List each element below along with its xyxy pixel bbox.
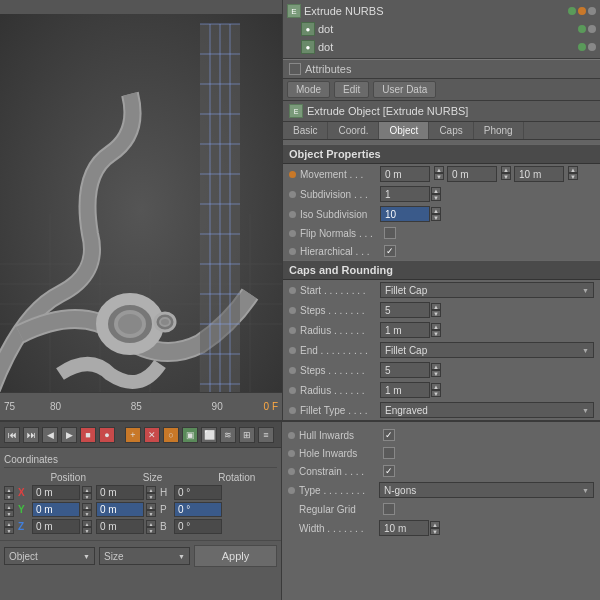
spin-up-1[interactable]: ▲ (434, 166, 444, 173)
user-data-button[interactable]: User Data (373, 81, 436, 98)
layer-icon-btn[interactable]: ≡ (258, 427, 274, 443)
subdivision-input[interactable]: 1 (380, 186, 430, 202)
movement-y-input[interactable]: 0 m (447, 166, 497, 182)
regular-grid-checkbox[interactable] (383, 503, 395, 515)
pos-z-spin-down[interactable]: ▼ (4, 527, 14, 534)
spin-up-w[interactable]: ▲ (430, 521, 440, 528)
pos-z-input[interactable]: 0 m (32, 519, 80, 534)
pos-x-spin-down[interactable]: ▼ (4, 493, 14, 500)
spin-down-2[interactable]: ▼ (501, 173, 511, 180)
go-start-button[interactable]: ⏮ (4, 427, 20, 443)
tab-coord[interactable]: Coord. (328, 122, 379, 139)
spin-up-5[interactable]: ▲ (431, 207, 441, 214)
width-input[interactable]: 10 m (379, 520, 429, 536)
size-x-spin-down[interactable]: ▼ (82, 493, 92, 500)
apply-button[interactable]: Apply (194, 545, 277, 567)
tab-caps[interactable]: Caps (429, 122, 473, 139)
rot-h-spin-down[interactable]: ▼ (146, 493, 156, 500)
spin-up-4[interactable]: ▲ (431, 187, 441, 194)
spin-down-8[interactable]: ▼ (431, 370, 441, 377)
prev-frame-button[interactable]: ◀ (42, 427, 58, 443)
spin-down-6[interactable]: ▼ (431, 310, 441, 317)
hole-inwards-checkbox[interactable] (383, 447, 395, 459)
rot-p-spin-up[interactable]: ▲ (146, 503, 156, 510)
size-dropdown[interactable]: Size ▼ (99, 547, 190, 565)
stop-button[interactable]: ■ (80, 427, 96, 443)
x-icon-btn[interactable]: ✕ (144, 427, 160, 443)
edit-button[interactable]: Edit (334, 81, 369, 98)
steps-start-input[interactable]: 5 (380, 302, 430, 318)
size-z-spin-up[interactable]: ▲ (82, 520, 92, 527)
tree-item-extrude-nurbs[interactable]: E Extrude NURBS (283, 2, 600, 20)
spin-down-7[interactable]: ▼ (431, 330, 441, 337)
spin-up-6[interactable]: ▲ (431, 303, 441, 310)
grid-icon-btn[interactable]: ⊞ (239, 427, 255, 443)
pos-x-input[interactable]: 0 m (32, 485, 80, 500)
size-x-input[interactable]: 0 m (96, 485, 144, 500)
size-z-input[interactable]: 0 m (96, 519, 144, 534)
tree-item-dot-1[interactable]: ● dot (297, 20, 600, 38)
flip-normals-checkbox[interactable] (384, 227, 396, 239)
attributes-checkbox[interactable] (289, 63, 301, 75)
spin-down-1[interactable]: ▼ (434, 173, 444, 180)
rot-b-spin-down[interactable]: ▼ (146, 527, 156, 534)
cam-icon-btn[interactable]: ⬜ (201, 427, 217, 443)
spin-up-7[interactable]: ▲ (431, 323, 441, 330)
timeline-num: 90 (177, 401, 258, 412)
size-y-spin-up[interactable]: ▲ (82, 503, 92, 510)
pos-x-spin-up[interactable]: ▲ (4, 486, 14, 493)
rot-h-spin-up[interactable]: ▲ (146, 486, 156, 493)
type-dropdown[interactable]: N-gons ▼ (379, 482, 594, 498)
constrain-checkbox[interactable]: ✓ (383, 465, 395, 477)
pos-y-input[interactable]: 0 m (32, 502, 80, 517)
spin-down-4[interactable]: ▼ (431, 194, 441, 201)
size-x-spin-up[interactable]: ▲ (82, 486, 92, 493)
rot-h-input[interactable]: 0 ° (174, 485, 222, 500)
iso-subdivision-input[interactable]: 10 (380, 206, 430, 222)
rot-p-input[interactable]: 0 ° (174, 502, 222, 517)
size-y-spin-down[interactable]: ▼ (82, 510, 92, 517)
pos-y-spin-down[interactable]: ▼ (4, 510, 14, 517)
spin-down-5[interactable]: ▼ (431, 214, 441, 221)
mode-button[interactable]: Mode (287, 81, 330, 98)
next-frame-button[interactable]: ▶ (61, 427, 77, 443)
pos-y-spin-up[interactable]: ▲ (4, 503, 14, 510)
radius-start-input[interactable]: 1 m (380, 322, 430, 338)
motion-icon-btn[interactable]: ≋ (220, 427, 236, 443)
go-end-button[interactable]: ⏭ (23, 427, 39, 443)
tab-object[interactable]: Object (379, 122, 429, 139)
rot-p-spin-down[interactable]: ▼ (146, 510, 156, 517)
hull-inwards-row: Hull Inwards ✓ (282, 426, 600, 444)
object-dropdown[interactable]: Object ▼ (4, 547, 95, 565)
tab-basic[interactable]: Basic (283, 122, 328, 139)
steps-end-input[interactable]: 5 (380, 362, 430, 378)
spin-down-9[interactable]: ▼ (431, 390, 441, 397)
rot-b-spin-up[interactable]: ▲ (146, 520, 156, 527)
spin-up-8[interactable]: ▲ (431, 363, 441, 370)
hull-inwards-checkbox[interactable]: ✓ (383, 429, 395, 441)
circle-icon-btn[interactable]: ○ (163, 427, 179, 443)
movement-x-input[interactable]: 0 m (380, 166, 430, 182)
spin-up-3[interactable]: ▲ (568, 166, 578, 173)
end-dropdown[interactable]: Fillet Cap ▼ (380, 342, 594, 358)
spin-up-2[interactable]: ▲ (501, 166, 511, 173)
hierarchical-checkbox[interactable]: ✓ (384, 245, 396, 257)
fillet-type-dropdown[interactable]: Engraved ▼ (380, 402, 594, 418)
size-z-spin-down[interactable]: ▼ (82, 527, 92, 534)
viewport-3d[interactable]: 75 80 85 90 0 F (0, 0, 282, 420)
render-icon-btn[interactable]: ▣ (182, 427, 198, 443)
timeline-bar[interactable]: 75 80 85 90 0 F (0, 392, 282, 420)
radius-end-input[interactable]: 1 m (380, 382, 430, 398)
movement-z-input[interactable]: 10 m (514, 166, 564, 182)
start-dropdown[interactable]: Fillet Cap ▼ (380, 282, 594, 298)
tab-phong[interactable]: Phong (474, 122, 524, 139)
record-button[interactable]: ● (99, 427, 115, 443)
tree-item-dot-2[interactable]: ● dot (297, 38, 600, 56)
spin-up-9[interactable]: ▲ (431, 383, 441, 390)
spin-down-3[interactable]: ▼ (568, 173, 578, 180)
pos-z-spin-up[interactable]: ▲ (4, 520, 14, 527)
rot-b-input[interactable]: 0 ° (174, 519, 222, 534)
plus-icon-btn[interactable]: + (125, 427, 141, 443)
spin-down-w[interactable]: ▼ (430, 528, 440, 535)
size-y-input[interactable]: 0 m (96, 502, 144, 517)
